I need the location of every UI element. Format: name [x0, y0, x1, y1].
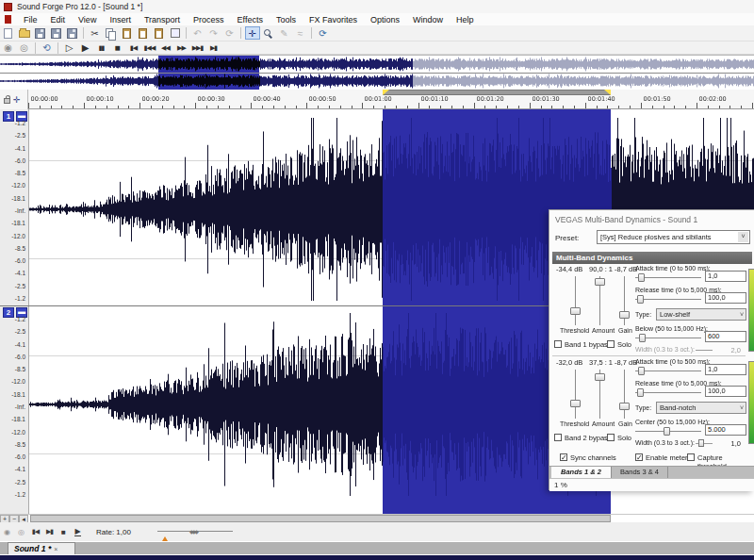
band2-threshold-slider[interactable]	[570, 400, 581, 407]
play-button[interactable]: ▶	[71, 525, 85, 538]
record-remote-button[interactable]: ◎	[17, 41, 32, 55]
band2-bypass-checkbox[interactable]	[554, 434, 562, 441]
band1-type-combobox[interactable]: Low-shelf ˅	[656, 308, 746, 321]
go-to-start-button[interactable]: ▮◀	[126, 41, 141, 55]
scrollbar-thumb[interactable]	[30, 515, 611, 522]
document-tab-sound1[interactable]: Sound 1 *×	[8, 542, 75, 554]
refresh-icon: ⟳	[319, 28, 326, 39]
band2-release-field[interactable]: 100,0	[705, 386, 746, 397]
band1-release-field[interactable]: 100,0	[705, 292, 746, 304]
edit-tool-button[interactable]: ✛	[245, 26, 260, 40]
enable-meters-checkbox[interactable]	[635, 453, 643, 461]
record-remote-button[interactable]: ◎	[14, 525, 28, 538]
band1-solo-checkbox[interactable]	[607, 340, 615, 348]
band1-attack-field[interactable]: 1,0	[705, 271, 746, 282]
render-as-button[interactable]	[65, 26, 80, 40]
pencil-tool-button[interactable]: ✎	[277, 26, 292, 40]
loop-playback-button[interactable]: ⟲	[40, 41, 55, 55]
menu-process[interactable]: Process	[187, 15, 231, 25]
sync-channels-checkbox[interactable]	[560, 453, 567, 461]
band2-width-slider[interactable]	[698, 439, 704, 447]
open-button[interactable]	[17, 26, 32, 40]
band2-attack-field[interactable]: 1,0	[705, 364, 746, 375]
menu-options[interactable]: Options	[364, 15, 406, 25]
new-file-button[interactable]	[1, 26, 16, 40]
band1-release-slider[interactable]	[637, 295, 644, 304]
go-to-start-button[interactable]: ▮◀	[28, 525, 42, 538]
paste-button[interactable]	[120, 26, 135, 40]
menu-view[interactable]: View	[72, 15, 103, 25]
transport-toolbar: ◉◎⟲▷▶▮▮■▮◀▮◀◀◀◀▶▶▶▶▮▶▮	[0, 41, 754, 55]
band1-freq-slider[interactable]	[639, 334, 646, 342]
db-scale-label: -12.0	[1, 428, 25, 435]
band2-release-slider[interactable]	[637, 388, 644, 397]
envelope-tool-button[interactable]: ≈	[293, 26, 308, 40]
band1-threshold-slider[interactable]	[570, 307, 581, 315]
edit-tool-icon[interactable]: ✛	[13, 95, 21, 105]
band-1-panel: -34,4 dB 90,0 : 1 -8,7 dB Threshold Amou…	[552, 265, 752, 355]
cut-button[interactable]: ✂	[88, 26, 103, 40]
band1-attack-slider[interactable]	[638, 273, 645, 282]
copy-button[interactable]	[104, 26, 119, 40]
menu-help[interactable]: Help	[450, 15, 481, 25]
db-scale-label: -12.0	[1, 232, 25, 239]
record-button[interactable]: ◉	[0, 525, 14, 538]
overview-waveform[interactable]	[0, 55, 754, 91]
menu-fx-favorites[interactable]: FX Favorites	[303, 15, 364, 25]
band2-level-meter	[748, 361, 754, 444]
horizontal-scrollbar: + − ◂	[0, 514, 754, 522]
go-to-end-button[interactable]: ▶▮	[42, 525, 57, 538]
fast-forward-button[interactable]: ▶▶	[174, 41, 189, 55]
paste-special-button[interactable]	[136, 26, 151, 40]
render-as-icon	[67, 28, 77, 39]
menu-file[interactable]: File	[17, 15, 44, 25]
band2-freq-slider[interactable]	[664, 427, 670, 436]
pause-button[interactable]: ▮▮	[94, 41, 109, 55]
band1-freq-field[interactable]: 600	[705, 331, 746, 342]
rate-slider[interactable]: ◆◆◆	[157, 525, 233, 538]
rewind-button[interactable]: ◀◀	[158, 41, 173, 55]
stop-button[interactable]: ■	[57, 525, 71, 538]
repeat-button[interactable]: ⟳	[222, 26, 238, 40]
lock-icon[interactable]	[4, 98, 10, 104]
band2-attack-slider[interactable]	[638, 367, 645, 375]
chevron-down-icon[interactable]: ˅	[738, 232, 748, 242]
menu-insert[interactable]: Insert	[103, 15, 138, 25]
menu-effects[interactable]: Effects	[231, 15, 270, 25]
band1-bypass-checkbox[interactable]	[554, 340, 562, 348]
preset-combobox[interactable]: [Sys] Reduce plosives and sibilants ˅	[597, 230, 750, 244]
go-to-end-button[interactable]: ▶▮	[206, 41, 221, 55]
band1-amount-slider[interactable]	[595, 278, 605, 286]
band2-type-combobox[interactable]: Band-notch ˅	[656, 402, 746, 414]
capture-threshold-checkbox[interactable]	[687, 453, 695, 461]
time-ruler[interactable]	[28, 90, 754, 109]
rate-slider-handle[interactable]: ◆◆◆	[189, 528, 197, 535]
band2-gain-slider[interactable]	[619, 403, 630, 410]
menu-transport[interactable]: Transport	[138, 15, 187, 25]
undo-button[interactable]: ↶	[190, 26, 205, 40]
previous-marker-button[interactable]: ▮◀◀	[142, 41, 157, 55]
mix-button[interactable]	[152, 26, 167, 40]
play-button[interactable]: ▶	[78, 41, 93, 55]
trim-icon	[171, 28, 180, 38]
save-all-button[interactable]	[49, 26, 64, 40]
band1-gain-slider[interactable]	[619, 311, 630, 319]
menu-window[interactable]: Window	[406, 15, 450, 25]
redo-button[interactable]: ↷	[206, 26, 221, 40]
magnify-tool-button[interactable]	[261, 26, 276, 40]
menu-tools[interactable]: Tools	[270, 15, 303, 25]
stop-button[interactable]: ■	[110, 41, 125, 55]
save-button[interactable]	[33, 26, 48, 40]
refresh-button[interactable]: ⟳	[316, 26, 331, 40]
trim-button[interactable]	[168, 26, 183, 40]
play-all-button[interactable]: ▷	[62, 41, 77, 55]
band2-amount-slider[interactable]	[595, 373, 605, 381]
band2-solo-checkbox[interactable]	[607, 434, 615, 441]
play-all-icon: ▷	[66, 42, 74, 53]
next-marker-button[interactable]: ▶▶▮	[190, 41, 205, 55]
db-scale-label: -2.5	[1, 132, 25, 139]
band2-freq-field[interactable]: 5.000	[705, 424, 746, 436]
menu-edit[interactable]: Edit	[44, 15, 73, 25]
record-button[interactable]: ◉	[1, 41, 16, 55]
close-icon[interactable]: ×	[54, 546, 57, 552]
